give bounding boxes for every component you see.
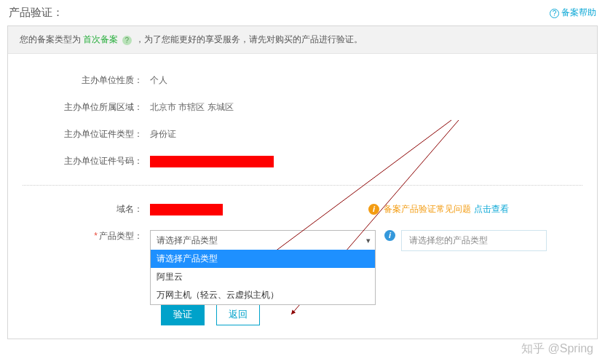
faq-text: 备案产品验证常见问题	[384, 203, 471, 215]
row-domain: 域名： i 备案产品验证常见问题 点击查看	[8, 196, 597, 223]
value-id-no	[150, 156, 274, 167]
button-row: 验证 返回	[8, 304, 597, 325]
info-prefix: 您的备案类型为	[20, 34, 81, 44]
value-nature: 个人	[150, 74, 167, 87]
label-region: 主办单位所属区域：	[8, 101, 150, 114]
verify-button[interactable]: 验证	[161, 304, 205, 325]
dropdown-option[interactable]: 万网主机（轻云、云虚拟主机）	[151, 286, 375, 304]
product-type-hint: 请选择您的产品类型	[401, 230, 547, 251]
row-id-no: 主办单位证件号码：	[8, 148, 597, 175]
product-type-dropdown: 请选择产品类型 阿里云 万网主机（轻云、云虚拟主机）	[150, 250, 376, 305]
question-icon[interactable]: ?	[122, 36, 132, 45]
divider	[23, 185, 582, 186]
label-id-no: 主办单位证件号码：	[8, 155, 150, 167]
faq-link[interactable]: 点击查看	[474, 203, 509, 215]
help-icon: ?	[550, 9, 559, 18]
info-bar: 您的备案类型为 首次备案 ? ，为了您能更好的享受服务，请先对购买的产品进行验证…	[8, 26, 597, 54]
info-highlight: 首次备案	[83, 34, 118, 44]
dropdown-option[interactable]: 阿里云	[151, 268, 375, 286]
value-region: 北京市 市辖区 东城区	[150, 101, 234, 114]
page-title: 产品验证：	[9, 6, 63, 20]
watermark: 知乎 @Spring	[521, 341, 593, 357]
value-domain: i 备案产品验证常见问题 点击查看	[150, 203, 509, 215]
back-button[interactable]: 返回	[216, 304, 260, 325]
label-id-type: 主办单位证件类型：	[8, 128, 150, 141]
row-id-type: 主办单位证件类型： 身份证	[8, 121, 597, 148]
redacted-domain	[150, 204, 223, 215]
row-nature: 主办单位性质： 个人	[8, 67, 597, 94]
label-nature: 主办单位性质：	[8, 74, 150, 87]
value-id-type: 身份证	[150, 128, 176, 141]
product-type-select[interactable]: 请选择产品类型	[150, 230, 376, 250]
label-product-type: 产品类型：	[8, 230, 150, 242]
help-label: 备案帮助	[561, 7, 596, 17]
help-link[interactable]: ?备案帮助	[550, 7, 596, 19]
dropdown-option[interactable]: 请选择产品类型	[151, 250, 375, 268]
redacted-id-no	[150, 156, 274, 167]
main-panel: 您的备案类型为 首次备案 ? ，为了您能更好的享受服务，请先对购买的产品进行验证…	[7, 25, 598, 339]
warning-icon: i	[368, 204, 379, 215]
info-icon: i	[384, 230, 395, 241]
row-product-type: 产品类型： 请选择产品类型 请选择产品类型 阿里云 万网主机（轻云、云虚拟主机）…	[8, 223, 597, 258]
row-region: 主办单位所属区域： 北京市 市辖区 东城区	[8, 94, 597, 121]
form-area: 主办单位性质： 个人 主办单位所属区域： 北京市 市辖区 东城区 主办单位证件类…	[8, 54, 597, 339]
label-domain: 域名：	[8, 203, 150, 215]
info-suffix: ，为了您能更好的享受服务，请先对购买的产品进行验证。	[135, 34, 363, 44]
